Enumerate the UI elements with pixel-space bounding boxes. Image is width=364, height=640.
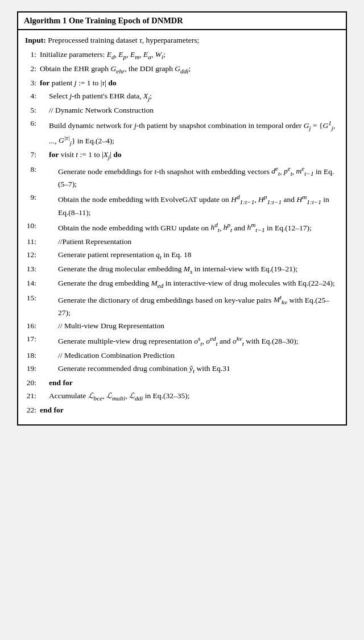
- line-num-9: 9:: [25, 192, 40, 204]
- line-content-11: //Patient Representation: [40, 236, 339, 248]
- input-text: Preprocessed training dataset τ, hyperpa…: [48, 36, 199, 44]
- line-15: 15: Generate the dictionary of drug embe…: [25, 292, 339, 320]
- line-num-15: 15:: [25, 292, 40, 304]
- line-num-2: 2:: [25, 63, 40, 75]
- line-num-13: 13:: [25, 263, 40, 275]
- line-16: 16: // Multi-view Drug Representation: [25, 320, 339, 332]
- algorithm-body: Input: Preprocessed training dataset τ, …: [18, 30, 346, 424]
- line-num-11: 11:: [25, 236, 40, 248]
- line-18: 18: // Medication Combination Prediction: [25, 350, 339, 362]
- line-content-13: Generate the drug molecular embedding Ms…: [40, 263, 339, 276]
- line-num-12: 12:: [25, 249, 40, 261]
- line-content-9: Obtain the node embedding with EvolveGAT…: [40, 192, 339, 219]
- line-content-15: Generate the dictionary of drug embeddin…: [40, 292, 339, 320]
- line-content-20: end for: [40, 377, 339, 389]
- line-content-18: // Medication Combination Prediction: [40, 350, 339, 362]
- line-content-10: Obtain the node embedding with GRU updat…: [40, 220, 339, 236]
- line-4: 4: Select j-th patient's EHR data, Xj;: [25, 90, 339, 104]
- line-num-1: 1:: [25, 49, 40, 61]
- line-3: 3: for patient j := 1 to |τ| do: [25, 77, 339, 89]
- algorithm-box: Algorithm 1 One Training Epoch of DNMDR …: [17, 11, 347, 426]
- line-num-21: 21:: [25, 390, 40, 402]
- line-12: 12: Generate patient representation qt i…: [25, 249, 339, 262]
- line-21: 21: Accumulate ℒbce, ℒmulti, ℒddi in Eq.…: [25, 390, 339, 403]
- line-content-8: Generate node emebddings for t-th snapsh…: [40, 164, 339, 191]
- line-5: 5: // Dynamic Network Construction: [25, 105, 339, 117]
- line-10: 10: Obtain the node embedding with GRU u…: [25, 220, 339, 236]
- line-7: 7: for visit t := 1 to |Xj| do: [25, 149, 339, 162]
- line-8: 8: Generate node emebddings for t-th sna…: [25, 164, 339, 191]
- line-14: 14: Generate the drug embedding Med in i…: [25, 278, 339, 291]
- line-num-18: 18:: [25, 350, 40, 362]
- line-num-3: 3:: [25, 77, 40, 89]
- line-20: 20: end for: [25, 377, 339, 389]
- line-content-16: // Multi-view Drug Representation: [40, 320, 339, 332]
- line-1: 1: Initialize parameters: Ed, Ep, Em, Ea…: [25, 49, 339, 62]
- line-content-3: for patient j := 1 to |τ| do: [40, 77, 339, 89]
- line-9: 9: Obtain the node embedding with Evolve…: [25, 192, 339, 219]
- line-num-17: 17:: [25, 333, 40, 345]
- line-content-12: Generate patient representation qt in Eq…: [40, 249, 339, 262]
- line-19: 19: Generate recommended drug combinatio…: [25, 363, 339, 376]
- input-label: Input:: [25, 36, 46, 44]
- line-num-14: 14:: [25, 278, 40, 290]
- line-content-5: // Dynamic Network Construction: [40, 105, 339, 117]
- line-content-7: for visit t := 1 to |Xj| do: [40, 149, 339, 162]
- line-content-1: Initialize parameters: Ed, Ep, Em, Ea, W…: [40, 49, 339, 62]
- input-line: Input: Preprocessed training dataset τ, …: [25, 35, 339, 47]
- line-content-17: Generate multiple-view drug representati…: [40, 333, 339, 349]
- line-num-20: 20:: [25, 377, 40, 389]
- line-num-22: 22:: [25, 404, 40, 416]
- line-13: 13: Generate the drug molecular embeddin…: [25, 263, 339, 276]
- line-num-6: 6:: [25, 118, 40, 130]
- line-6: 6: Build dynamic network for j-th patien…: [25, 118, 339, 148]
- algorithm-header: Algorithm 1 One Training Epoch of DNMDR: [18, 13, 346, 30]
- line-content-6: Build dynamic network for j-th patient b…: [40, 118, 339, 148]
- line-num-16: 16:: [25, 320, 40, 332]
- line-content-14: Generate the drug embedding Med in inter…: [40, 278, 339, 291]
- algorithm-title: Algorithm 1 One Training Epoch of DNMDR: [24, 16, 183, 25]
- line-2: 2: Obtain the EHR graph Gehr, the DDI gr…: [25, 63, 339, 76]
- line-num-7: 7:: [25, 149, 40, 161]
- line-num-10: 10:: [25, 220, 40, 232]
- line-num-19: 19:: [25, 363, 40, 375]
- line-num-8: 8:: [25, 164, 40, 176]
- line-content-4: Select j-th patient's EHR data, Xj;: [40, 90, 339, 104]
- line-content-21: Accumulate ℒbce, ℒmulti, ℒddi in Eq.(32–…: [40, 390, 339, 403]
- line-22: 22: end for: [25, 404, 339, 416]
- line-num-5: 5:: [25, 105, 40, 117]
- line-content-22: end for: [40, 404, 339, 416]
- line-17: 17: Generate multiple-view drug represen…: [25, 333, 339, 349]
- line-content-2: Obtain the EHR graph Gehr, the DDI graph…: [40, 63, 339, 76]
- line-11: 11: //Patient Representation: [25, 236, 339, 248]
- line-content-19: Generate recommended drug combination ŷt…: [40, 363, 339, 376]
- line-num-4: 4:: [25, 90, 40, 102]
